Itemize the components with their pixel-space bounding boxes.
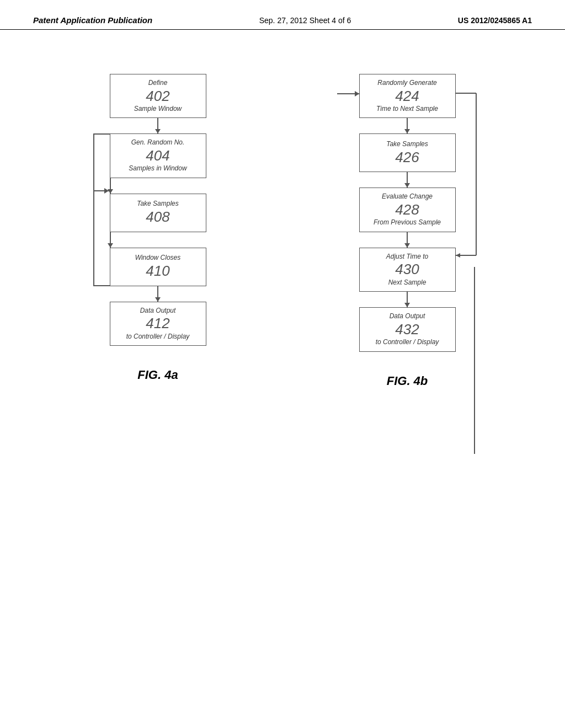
box-426-number: 426 (395, 149, 419, 166)
box-412-number: 412 (146, 315, 169, 332)
fig4a-chart: Define 402 Sample Window (110, 74, 206, 346)
box-412-label: Data Output (140, 307, 176, 315)
fig4a-flow: Define 402 Sample Window (110, 74, 206, 346)
loop-top-line (93, 133, 110, 135)
box-410-label: Window Closes (135, 254, 181, 263)
box-402-number: 402 (146, 88, 169, 105)
fig4a-section: Define 402 Sample Window (110, 74, 206, 388)
fig4a-label: FIG. 4a (137, 368, 178, 382)
box-432: Data Output 432 to Controller / Display (359, 307, 456, 351)
box-428-sublabel: From Previous Sample (374, 218, 441, 227)
loop-right-vertical (474, 267, 475, 454)
box-408: Take Samples 408 (110, 194, 206, 232)
box-404: Gen. Random No. 404 Samples in Window (110, 133, 206, 178)
box-412-sublabel: to Controller / Display (126, 333, 190, 341)
box-408-label: Take Samples (137, 200, 179, 208)
box-408-number: 408 (146, 208, 169, 226)
publication-label: Patent Application Publication (33, 15, 152, 25)
arrow-down-3 (110, 232, 111, 248)
date-sheet-label: Sep. 27, 2012 Sheet 4 of 6 (259, 16, 351, 25)
fig4b-label: FIG. 4b (387, 374, 428, 388)
box-430: Adjust Time to 430 Next Sample (359, 248, 456, 292)
page-header: Patent Application Publication Sep. 27, … (0, 0, 565, 30)
box-428-label: Evaluate Change (382, 192, 433, 201)
fig4b-section: Randomly Generate 424 Time to Next Sampl… (359, 74, 456, 388)
box-430-wrapper: Adjust Time to 430 Next Sample (359, 248, 456, 292)
loop-arrow (93, 190, 109, 191)
arrow-down-4 (157, 286, 158, 302)
box-428-number: 428 (395, 201, 419, 218)
box-432-number: 432 (395, 321, 419, 338)
box-402-sublabel: Sample Window (134, 105, 182, 114)
box-424-number: 424 (395, 88, 419, 105)
box-428: Evaluate Change 428 From Previous Sample (359, 188, 456, 232)
box-412: Data Output 412 to Controller / Display (110, 302, 206, 346)
box-430-sublabel: Next Sample (388, 279, 427, 287)
box-426-label: Take Samples (386, 140, 428, 149)
box-402-label: Define (148, 79, 168, 88)
fig4b-entry-arrow (337, 93, 359, 94)
box-404-number: 404 (146, 147, 169, 164)
arrow-down-b3 (407, 232, 408, 248)
box-424-sublabel: Time to Next Sample (376, 105, 438, 114)
box-404-sublabel: Samples in Window (129, 164, 186, 173)
box-430-label: Adjust Time to (386, 253, 429, 261)
box-432-sublabel: to Controller / Display (376, 338, 439, 347)
box-402: Define 402 Sample Window (110, 74, 206, 118)
box-410-number: 410 (146, 263, 169, 280)
arrow-down-1 (157, 118, 158, 133)
box-424: Randomly Generate 424 Time to Next Sampl… (359, 74, 456, 118)
box-430-number: 430 (395, 261, 419, 278)
arrow-down-b1 (407, 118, 408, 133)
box-432-label: Data Output (390, 312, 425, 321)
loop-bottom-line (93, 285, 110, 286)
loop-left-line (93, 133, 94, 286)
box-424-label: Randomly Generate (377, 79, 436, 88)
fig4b-chart: Randomly Generate 424 Time to Next Sampl… (359, 74, 456, 352)
fig4b-flow: Randomly Generate 424 Time to Next Sampl… (359, 74, 456, 352)
arrow-down-b4 (407, 292, 408, 307)
box-426: Take Samples 426 (359, 133, 456, 172)
svg-marker-2 (456, 253, 460, 258)
arrow-down-b2 (407, 172, 408, 188)
main-content: Define 402 Sample Window (0, 30, 565, 388)
arrow-down-2 (110, 178, 111, 194)
patent-number-label: US 2012/0245865 A1 (458, 16, 532, 25)
box-404-label: Gen. Random No. (131, 138, 185, 147)
box-410: Window Closes 410 (110, 248, 206, 286)
loop-section: Gen. Random No. 404 Samples in Window Ta… (110, 133, 206, 286)
